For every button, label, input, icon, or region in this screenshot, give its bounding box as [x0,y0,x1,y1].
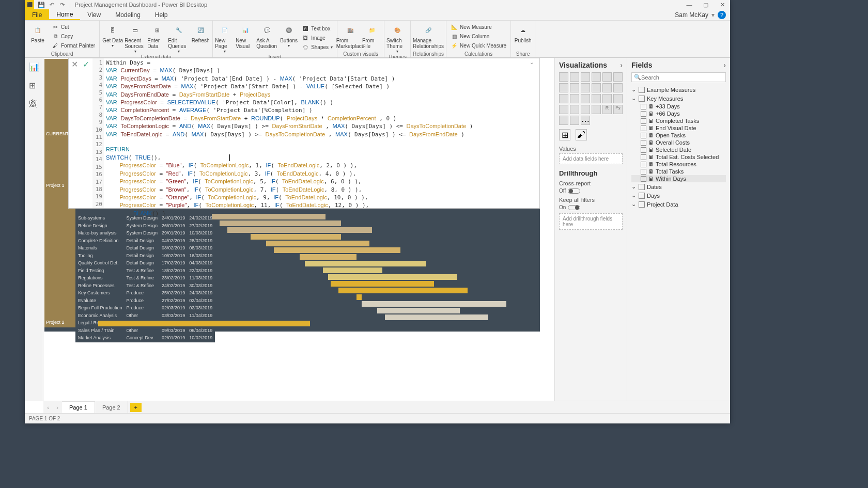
redo-icon[interactable]: ↷ [58,1,66,9]
vis-type-icon[interactable] [602,72,612,82]
drillthrough-well[interactable]: Add drillthrough fields here [559,213,623,230]
get-data-button[interactable]: 🗄Get Data▾ [102,22,123,54]
vis-type-icon[interactable] [581,72,590,82]
field-item[interactable]: 🖩Open Tasks [631,132,726,139]
dax-code[interactable]: Within Days = VAR CurrentDay = MAX( Days… [104,58,539,208]
edit-queries-button[interactable]: 🔧Edit Queries▾ [168,22,190,54]
fields-tab-icon[interactable]: ⊞ [559,129,570,140]
refresh-button[interactable]: 🔄Refresh [191,22,210,54]
new-visual-button[interactable]: 📊New Visual [236,22,255,54]
field-item[interactable]: 🖩Within Days [631,175,726,182]
vis-type-icon[interactable] [570,83,579,92]
cut-button[interactable]: ✂Cut [52,23,95,32]
vis-type-icon[interactable]: ⋯ [581,116,590,125]
collapse-fields-icon[interactable]: › [723,61,726,69]
table-example-measures[interactable]: ⌄Example Measures [631,85,726,94]
paste-button[interactable]: 📋Paste [27,22,49,51]
minimize-icon[interactable]: — [681,0,697,9]
field-item[interactable]: 🖩+33 Days [631,103,726,110]
buttons-button[interactable]: 🔘Buttons▾ [279,22,299,54]
textbox-button[interactable]: 🅰Text box [302,24,333,33]
close-icon[interactable]: ✕ [715,0,730,9]
vis-type-icon[interactable] [559,105,568,114]
field-item[interactable]: 🖩Total Est. Costs Selected [631,153,726,161]
tab-view[interactable]: View [80,9,108,20]
save-icon[interactable]: 💾 [37,1,45,9]
field-item[interactable]: 🖩Total Tasks [631,168,726,175]
vis-type-icon[interactable]: R [602,105,612,114]
field-item[interactable]: 🖩+66 Days [631,110,726,117]
gantt-row[interactable]: Refine ProcessesTest & Refine24/02/20193… [76,282,214,289]
vis-type-icon[interactable] [613,72,623,82]
vis-type-icon[interactable] [613,94,623,103]
vis-type-icon[interactable] [570,72,579,82]
tab-home[interactable]: Home [49,9,80,20]
formula-commit-icon[interactable]: ✓ [80,59,91,69]
recent-sources-button[interactable]: 🗃Recent Sources▾ [125,22,146,54]
data-view-icon[interactable]: ⊞ [29,81,39,91]
tab-file[interactable]: File [25,9,49,20]
vis-type-icon[interactable] [592,105,601,114]
ask-question-button[interactable]: 💬Ask A Question [256,22,278,54]
new-quick-measure-button[interactable]: ⚡New Quick Measure [451,41,506,50]
image-button[interactable]: 🖼Image [302,34,333,42]
undo-icon[interactable]: ↶ [48,1,56,9]
gantt-row[interactable]: MaterialsDetail Design08/02/201908/03/20… [76,245,214,251]
vis-type-icon[interactable] [559,116,568,125]
maximize-icon[interactable]: ▢ [698,0,714,9]
collapse-vis-icon[interactable]: › [620,61,623,69]
formula-bar[interactable]: ✕ ✓ 1 2 3 4 5 6 7 8 9 10 11 12 13 14 15 … [68,58,540,209]
page-next-icon[interactable]: › [53,404,62,411]
vis-type-icon[interactable] [613,83,623,92]
new-column-button[interactable]: ▥New Column [451,32,506,41]
vis-type-icon[interactable] [592,94,601,103]
field-item[interactable]: 🖩Total Resources [631,161,726,168]
gantt-row[interactable]: Begin Full ProductionProduce02/03/201902… [76,305,214,311]
gantt-row[interactable]: Market AnalysisConcept Dev.02/01/201910/… [76,335,214,341]
gantt-row[interactable]: Make-buy analysisSystem Design29/01/2019… [76,230,214,237]
from-file-button[interactable]: 📁From File [362,22,382,51]
tab-modeling[interactable]: Modeling [108,9,148,20]
vis-type-icon[interactable] [592,72,601,82]
add-page-button[interactable]: + [130,403,142,412]
vis-type-icon[interactable] [559,83,568,92]
copy-button[interactable]: ⧉Copy [52,32,95,41]
publish-button[interactable]: ☁Publish [513,22,533,51]
formula-cancel-icon[interactable]: ✕ [69,59,80,69]
vis-type-icon[interactable] [570,94,579,103]
vis-type-icon[interactable]: Py [613,105,623,114]
user-name[interactable]: Sam McKay [675,11,708,19]
vis-type-icon[interactable] [581,83,590,92]
gantt-row[interactable]: Sales Plan / TrainOther09/03/201906/04/2… [76,327,214,334]
cross-report-toggle[interactable] [568,188,580,194]
tab-help[interactable]: Help [148,9,175,20]
keep-filters-toggle[interactable] [568,205,580,210]
new-page-button[interactable]: 📄New Page▾ [215,22,235,54]
report-view-icon[interactable]: 📊 [29,62,39,72]
vis-type-icon[interactable] [592,83,601,92]
fields-search[interactable]: 🔍 [631,72,726,82]
model-view-icon[interactable]: 🕸 [29,99,39,109]
vis-type-icon[interactable] [581,105,590,114]
format-painter-button[interactable]: 🖌Format Painter [52,41,95,50]
gantt-row[interactable]: EvaluateProduce27/02/201902/04/2019 [76,297,214,304]
gantt-row[interactable]: RegulationsTest & Refine23/02/201911/03/… [76,275,214,281]
page-prev-icon[interactable]: ‹ [43,404,53,411]
vis-type-icon[interactable] [602,83,612,92]
gantt-row[interactable]: Field TestingTest & Refine18/02/201922/0… [76,267,214,274]
gantt-row[interactable]: Refine DesignSystem Design26/01/201927/0… [76,223,214,229]
vis-type-icon[interactable] [559,94,568,103]
gantt-row[interactable]: Complete DefinitionDetail Design04/02/20… [76,238,214,244]
vis-type-icon[interactable] [602,94,612,103]
field-item[interactable]: 🖩Selected Date [631,146,726,153]
formula-expand-icon[interactable]: ⌄ [528,58,535,66]
table-project-data[interactable]: ⌄Project Data [631,200,726,209]
vis-type-icon[interactable] [570,105,579,114]
page-tab-2[interactable]: Page 2 [95,401,128,413]
vis-type-icon[interactable] [581,94,590,103]
table-key-measures[interactable]: ⌄Key Measures [631,94,726,103]
field-item[interactable]: 🖩Overall Costs [631,139,726,146]
fields-search-input[interactable] [641,74,723,81]
manage-relationships-button[interactable]: 🔗Manage Relationships [413,22,444,51]
gantt-row[interactable]: Economic AnalysisOther03/03/201911/04/20… [76,312,214,319]
